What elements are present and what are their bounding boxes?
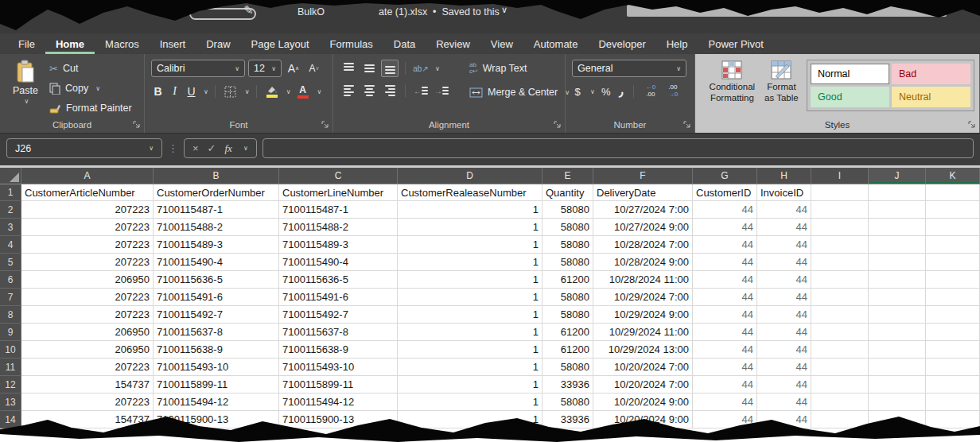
cell-F11[interactable]: 10/20/2024 7:00 (593, 359, 693, 376)
cell-A7[interactable]: 207223 (21, 289, 154, 306)
borders-button[interactable] (222, 83, 239, 100)
comma-button[interactable]: ٫ (617, 83, 625, 100)
cell-A3[interactable]: 207223 (21, 219, 154, 236)
tab-developer[interactable]: Developer (588, 33, 655, 54)
cell-A8[interactable]: 207223 (21, 306, 154, 324)
cell-E6[interactable]: 61200 (542, 271, 593, 289)
cell-G4[interactable]: 44 (693, 236, 757, 254)
row-header-5[interactable]: 5 (0, 254, 21, 271)
row-header-7[interactable]: 7 (0, 289, 21, 306)
increase-decimal-button[interactable]: ←0 .00 (642, 83, 659, 100)
cell-F4[interactable]: 10/28/2024 7:00 (593, 236, 693, 254)
cell-C10[interactable]: 7100115638-9 (279, 341, 398, 359)
cell-B3[interactable]: 7100115488-2 (154, 219, 279, 236)
cell-F1[interactable]: DeliveryDate (593, 184, 693, 201)
cell-A13[interactable]: 207223 (21, 394, 154, 411)
cell-B9[interactable]: 7100115637-8 (154, 324, 279, 341)
cell-A11[interactable]: 207223 (21, 359, 154, 376)
font-name-select[interactable]: Calibri ∨ (151, 60, 245, 77)
alignment-dialog-launcher[interactable] (554, 121, 562, 129)
cell-J4[interactable] (869, 236, 926, 254)
title-chevron-down-icon[interactable]: ∨ (501, 5, 508, 15)
cell-F5[interactable]: 10/28/2024 9:00 (593, 254, 693, 271)
cell-E1[interactable]: Quantity (542, 184, 593, 201)
orientation-chevron-icon[interactable]: ∨ (435, 65, 440, 72)
cell-K9[interactable] (926, 324, 980, 341)
cell-H3[interactable]: 44 (757, 219, 811, 236)
cell-H9[interactable]: 44 (757, 324, 811, 341)
row-header-11[interactable]: 11 (0, 359, 21, 376)
insert-function-icon[interactable]: fx (225, 142, 232, 155)
tab-help[interactable]: Help (656, 33, 698, 54)
cell-A10[interactable]: 206950 (21, 341, 154, 359)
fill-color-button[interactable] (263, 83, 281, 100)
cell-E12[interactable]: 33936 (542, 376, 593, 394)
decrease-decimal-button[interactable]: .00 →0 (664, 83, 682, 100)
cell-G6[interactable]: 44 (693, 271, 757, 289)
cell-G14[interactable]: 44 (693, 411, 757, 428)
select-all-corner[interactable] (0, 168, 21, 184)
cell-B10[interactable]: 7100115638-9 (154, 341, 279, 359)
cell-D9[interactable]: 1 (398, 324, 542, 341)
cell-E13[interactable]: 58080 (542, 394, 593, 411)
row-header-14[interactable]: 14 (0, 411, 21, 428)
style-normal[interactable]: Normal (811, 64, 889, 84)
column-header-B[interactable]: B (154, 168, 279, 184)
cell-F9[interactable]: 10/29/2024 11:00 (593, 324, 693, 341)
cell-J8[interactable] (869, 306, 926, 324)
cell-I4[interactable] (811, 236, 869, 254)
tab-data[interactable]: Data (383, 33, 426, 54)
tab-draw[interactable]: Draw (196, 33, 240, 54)
bold-button[interactable]: B (151, 85, 165, 98)
cell-B1[interactable]: CustomerOrderNumber (154, 184, 279, 201)
cell-J1[interactable] (869, 184, 926, 201)
cell-D1[interactable]: CustomerRealeaseNumber (398, 184, 542, 201)
decrease-font-button[interactable]: A∨ (305, 60, 323, 77)
cell-I13[interactable] (811, 394, 869, 411)
row-header-6[interactable]: 6 (0, 271, 21, 289)
cell-C14[interactable]: 7100115900-13 (279, 411, 398, 428)
cell-B4[interactable]: 7100115489-3 (154, 236, 279, 254)
cell-C12[interactable]: 7100115899-11 (279, 376, 398, 394)
cell-I10[interactable] (811, 341, 869, 359)
row-header-9[interactable]: 9 (0, 324, 21, 341)
tab-power-pivot[interactable]: Power Pivot (698, 33, 773, 54)
increase-indent-button[interactable]: → (433, 82, 450, 99)
cell-B5[interactable]: 7100115490-4 (154, 254, 279, 271)
cell-I1[interactable] (811, 184, 869, 201)
cell-A2[interactable]: 207223 (21, 201, 154, 219)
cell-J5[interactable] (869, 254, 926, 271)
column-header-I[interactable]: I (811, 168, 869, 184)
cell-E5[interactable]: 58080 (542, 254, 593, 271)
cell-G1[interactable]: CustomerID (693, 184, 757, 201)
underline-button[interactable]: U (185, 85, 198, 98)
cell-A9[interactable]: 206950 (21, 324, 154, 341)
cell-E8[interactable]: 58080 (542, 306, 593, 324)
style-neutral[interactable]: Neutral (892, 87, 970, 107)
format-as-table-button[interactable]: Format as Table (764, 60, 799, 117)
cell-K8[interactable] (926, 306, 980, 324)
cell-H13[interactable]: 44 (757, 394, 811, 411)
font-dialog-launcher[interactable] (321, 121, 329, 129)
cancel-icon[interactable]: × (192, 142, 199, 154)
column-header-J[interactable]: J (869, 168, 926, 184)
row-header-8[interactable]: 8 (0, 306, 21, 324)
tab-home[interactable]: Home (45, 33, 95, 54)
cell-D7[interactable]: 1 (398, 289, 542, 306)
cell-J2[interactable] (869, 201, 926, 219)
tab-automate[interactable]: Automate (523, 33, 589, 54)
column-header-F[interactable]: F (593, 168, 693, 184)
cell-G5[interactable]: 44 (693, 254, 757, 271)
cell-E4[interactable]: 58080 (542, 236, 593, 254)
cell-C11[interactable]: 7100115493-10 (279, 359, 398, 376)
cell-E7[interactable]: 58080 (542, 289, 593, 306)
cell-K1[interactable] (926, 184, 980, 201)
align-right-button[interactable] (381, 82, 399, 99)
cell-E2[interactable]: 58080 (542, 201, 593, 219)
cell-I9[interactable] (811, 324, 869, 341)
cell-K5[interactable] (926, 254, 980, 271)
fx-chevron-icon[interactable]: ∨ (243, 145, 248, 152)
cell-J7[interactable] (869, 289, 926, 306)
cell-K3[interactable] (926, 219, 980, 236)
name-box[interactable]: J26 ∨ (6, 138, 162, 158)
